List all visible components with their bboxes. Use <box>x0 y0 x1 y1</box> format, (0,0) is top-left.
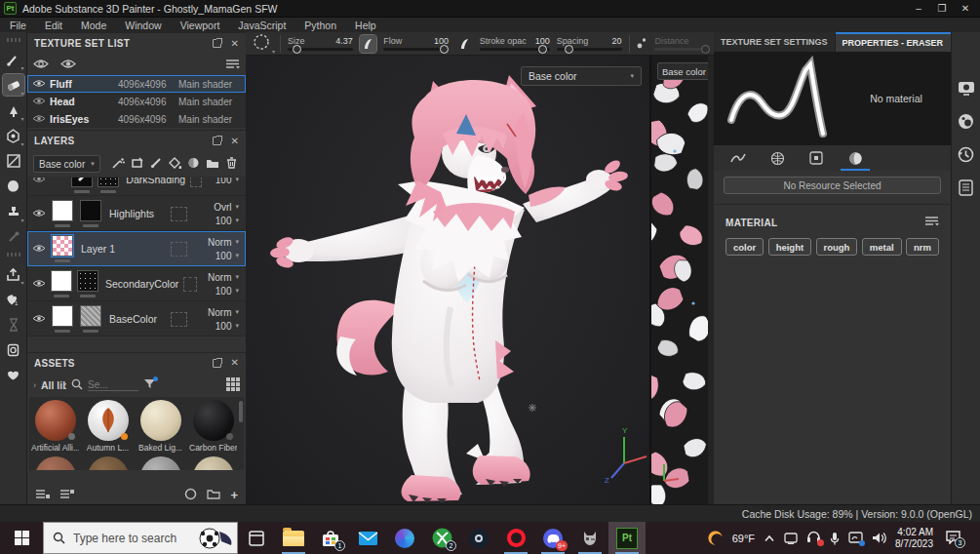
polygon-fill-tool-icon[interactable]: ▾ <box>3 125 24 146</box>
taskbar-search[interactable] <box>43 522 238 554</box>
material-picker-tool-icon[interactable] <box>3 226 24 248</box>
visibility-eye-icon[interactable] <box>32 177 46 185</box>
particles-tool-icon[interactable]: 1 <box>3 289 24 310</box>
effects-slot[interactable] <box>171 207 187 221</box>
stroke-opacity-control[interactable]: Stroke opac100 <box>480 36 550 51</box>
alpha-tab-icon[interactable] <box>763 147 792 171</box>
stencil-tab-icon[interactable] <box>802 147 831 171</box>
layer-row-selected[interactable]: Layer 1 Norm▾ 100▾ <box>27 231 246 266</box>
filter-icon[interactable] <box>143 378 156 391</box>
tray-expand-chevron-icon[interactable] <box>764 534 775 542</box>
asset-item[interactable] <box>137 456 184 470</box>
layer-thumbnail[interactable] <box>71 177 93 187</box>
add-fill-layer-icon[interactable] <box>131 157 143 171</box>
history-icon[interactable] <box>958 146 974 165</box>
baking-tool-icon[interactable] <box>3 314 24 336</box>
channel-height-button[interactable]: height <box>768 238 812 256</box>
flow-falloff-button[interactable] <box>455 35 473 53</box>
show-all-icon[interactable] <box>33 59 49 71</box>
asset-item[interactable]: Carbon Fiber <box>189 400 237 453</box>
virtual-desktop-icon[interactable] <box>784 533 798 544</box>
material-tab-icon[interactable] <box>841 147 870 171</box>
section-menu-icon[interactable] <box>924 216 939 229</box>
stroke-opacity-slider[interactable] <box>480 48 550 51</box>
grid-view-icon[interactable] <box>226 377 240 393</box>
export-tool-icon[interactable]: ▾ <box>3 263 24 285</box>
asset-item[interactable] <box>189 456 237 470</box>
list-options-icon[interactable] <box>225 59 240 71</box>
speaker-icon[interactable] <box>872 532 886 544</box>
layer-opacity[interactable]: 100 <box>216 177 232 185</box>
file-explorer-button[interactable] <box>275 522 312 554</box>
visibility-eye-icon[interactable] <box>32 243 46 255</box>
show-one-icon[interactable] <box>60 59 76 71</box>
display-settings-icon[interactable] <box>958 81 975 99</box>
assets-search-input[interactable] <box>88 379 138 391</box>
layer-blend-mode[interactable]: Norm <box>208 237 231 248</box>
refresh-icon[interactable] <box>184 488 197 502</box>
details-view-icon[interactable] <box>59 489 74 501</box>
texture-view-2d[interactable]: Base color <box>649 56 708 504</box>
close-panel-icon[interactable]: ✕ <box>231 39 239 49</box>
visibility-eye-icon[interactable] <box>32 78 46 90</box>
close-panel-icon[interactable]: ✕ <box>231 137 239 146</box>
float-panel-icon[interactable] <box>213 137 221 145</box>
add-icon[interactable]: + <box>230 488 238 502</box>
paint-tool-icon[interactable]: ▾ <box>3 49 24 70</box>
mail-button[interactable] <box>349 522 386 554</box>
visibility-eye-icon[interactable] <box>32 96 46 107</box>
audio-device-icon[interactable] <box>806 531 821 545</box>
effects-slot[interactable] <box>171 242 187 257</box>
effects-slot[interactable] <box>183 277 197 292</box>
delete-layer-trash-icon[interactable] <box>226 157 237 171</box>
asset-item[interactable] <box>84 456 132 470</box>
viewport-3d[interactable]: Y X Z Base color ▾ <box>246 56 649 504</box>
layer-thumbnail[interactable] <box>52 235 73 257</box>
flow-slider[interactable] <box>383 48 449 51</box>
smudge-tool-icon[interactable] <box>3 176 24 197</box>
substance-painter-button[interactable]: Pt <box>608 522 646 554</box>
texture-view-channel-select[interactable]: Base color <box>657 62 708 80</box>
weather-temperature[interactable]: 69°F <box>732 533 755 544</box>
visibility-eye-icon[interactable] <box>32 113 46 125</box>
new-folder-icon[interactable] <box>207 489 220 501</box>
texture-set-row[interactable]: IrisEyes 4096x4096 Main shader <box>27 110 246 128</box>
drag-handle[interactable] <box>7 38 20 42</box>
close-icon[interactable]: ✕ <box>955 1 976 16</box>
layer-mask-thumbnail[interactable] <box>80 305 101 327</box>
copilot-button[interactable] <box>386 522 423 554</box>
texture-set-row[interactable]: Fluff 4096x4096 Main shader <box>27 75 246 93</box>
close-panel-icon[interactable]: ✕ <box>231 358 239 368</box>
log-icon[interactable] <box>959 179 973 198</box>
clone-stamp-tool-icon[interactable]: ▾ <box>3 201 24 222</box>
menu-javascript[interactable]: JavaScript <box>238 20 286 31</box>
store-button[interactable]: 1 <box>312 522 349 554</box>
layer-thumbnail[interactable] <box>52 200 73 221</box>
asset-item[interactable]: Baked Lig... <box>137 400 184 453</box>
scrollbar[interactable] <box>239 401 243 422</box>
asset-item[interactable] <box>31 456 79 470</box>
layer-mask-thumbnail[interactable] <box>98 177 119 187</box>
menu-edit[interactable]: Edit <box>45 20 62 31</box>
effects-slot[interactable] <box>171 312 187 327</box>
asset-item[interactable]: Artificial Alli... <box>31 400 79 453</box>
layer-mask-thumbnail[interactable] <box>80 200 101 221</box>
microphone-icon[interactable] <box>830 532 840 545</box>
layer-thumbnail[interactable] <box>51 270 72 292</box>
smart-material-icon[interactable] <box>187 157 200 171</box>
flow-control[interactable]: Flow100 <box>383 36 449 51</box>
menu-window[interactable]: Window <box>125 20 161 31</box>
tab-properties-eraser[interactable]: PROPERTIES - ERASER ✕ <box>836 32 964 52</box>
channel-metal-button[interactable]: metal <box>862 238 902 256</box>
geometry-mask-tool-icon[interactable] <box>3 150 24 172</box>
resource-selected-bar[interactable]: No Resource Selected <box>724 177 941 194</box>
shader-settings-icon[interactable] <box>958 113 974 132</box>
spacing-value[interactable]: 20 <box>612 36 622 46</box>
spacing-slider[interactable] <box>557 48 622 51</box>
xbox-button[interactable]: 2 <box>423 522 460 554</box>
viewport-channel-select[interactable]: Base color ▾ <box>521 66 642 86</box>
game-app-button[interactable] <box>571 522 608 554</box>
menu-python[interactable]: Python <box>304 20 336 31</box>
layer-blend-mode[interactable]: Norm <box>208 272 231 283</box>
layer-opacity[interactable]: 100 <box>216 286 232 297</box>
